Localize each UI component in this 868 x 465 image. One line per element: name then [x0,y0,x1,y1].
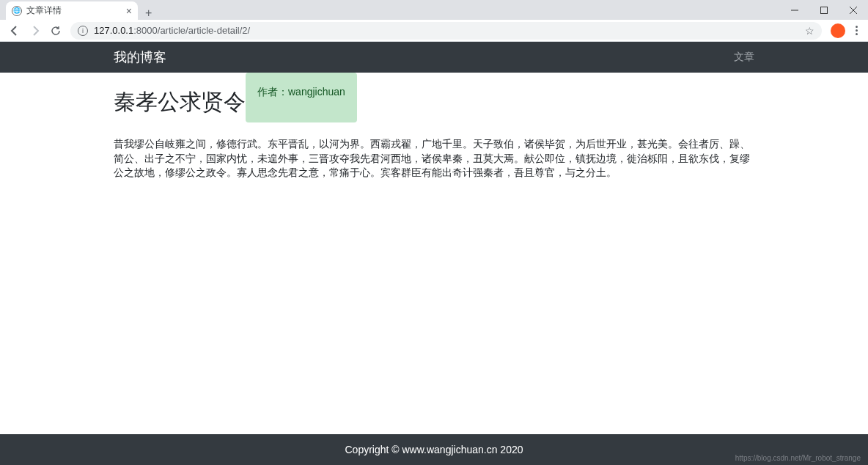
site-navbar: 我的博客 文章 [0,42,868,73]
svg-rect-1 [821,7,828,13]
url-text: 127.0.0.1:8000/article/article-detail/2/ [94,25,799,36]
site-footer: Copyright © www.wangjichuan.cn 2020 http… [0,434,868,465]
address-bar[interactable]: i 127.0.0.1:8000/article/article-detail/… [70,22,822,40]
watermark-text: https://blog.csdn.net/Mr_robot_strange [735,454,861,462]
forward-button[interactable] [26,22,44,40]
tab-title: 文章详情 [26,4,122,17]
site-brand[interactable]: 我的博客 [114,48,166,66]
browser-menu-button[interactable] [851,26,862,35]
globe-icon: 🌐 [12,6,22,16]
new-tab-button[interactable]: + [138,7,159,20]
author-badge: 作者：wangjichuan [246,73,357,122]
site-info-icon[interactable]: i [78,26,88,36]
extension-icon[interactable] [831,23,845,38]
browser-tab[interactable]: 🌐 文章详情 × [6,1,138,20]
reload-button[interactable] [47,22,65,40]
minimize-button[interactable] [780,0,809,20]
close-tab-icon[interactable]: × [126,5,132,17]
copyright-text: Copyright © www.wangjichuan.cn 2020 [345,444,523,455]
article-body: 昔我缪公自岐雍之间，修德行武。东平晋乱，以河为界。西霸戎翟，广地千里。天子致伯，… [114,137,754,180]
maximize-button[interactable] [809,0,839,20]
close-window-button[interactable] [839,0,868,20]
nav-link-articles[interactable]: 文章 [734,51,754,64]
article-title: 秦孝公求贤令 [114,73,246,117]
back-button[interactable] [6,22,23,40]
bookmark-star-icon[interactable]: ☆ [805,25,814,37]
